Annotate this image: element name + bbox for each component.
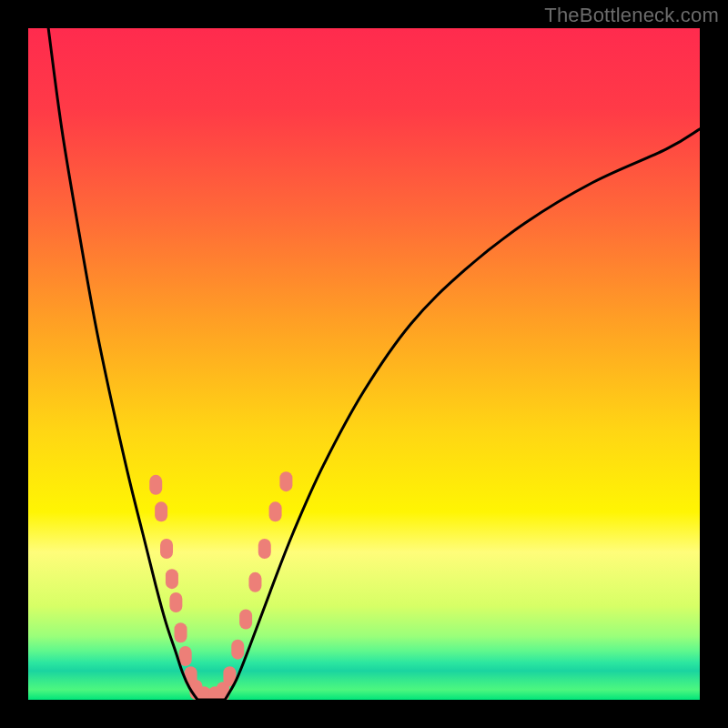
data-marker [166,569,178,589]
plot-area [28,28,700,700]
data-marker [149,475,162,495]
data-marker [231,640,244,660]
data-marker [279,471,292,491]
data-marker [269,501,282,521]
data-marker [258,539,271,559]
data-marker [155,501,167,521]
data-marker [175,622,187,642]
data-marker [239,609,252,629]
watermark-text: TheBottleneck.com [544,4,719,27]
data-marker [248,572,261,592]
curve-layer [28,28,700,700]
marker-group [149,471,292,700]
bottleneck-curve [48,28,700,700]
data-marker [160,539,173,559]
data-marker [179,646,192,666]
chart-frame: TheBottleneck.com [0,0,728,728]
data-marker [169,592,182,612]
